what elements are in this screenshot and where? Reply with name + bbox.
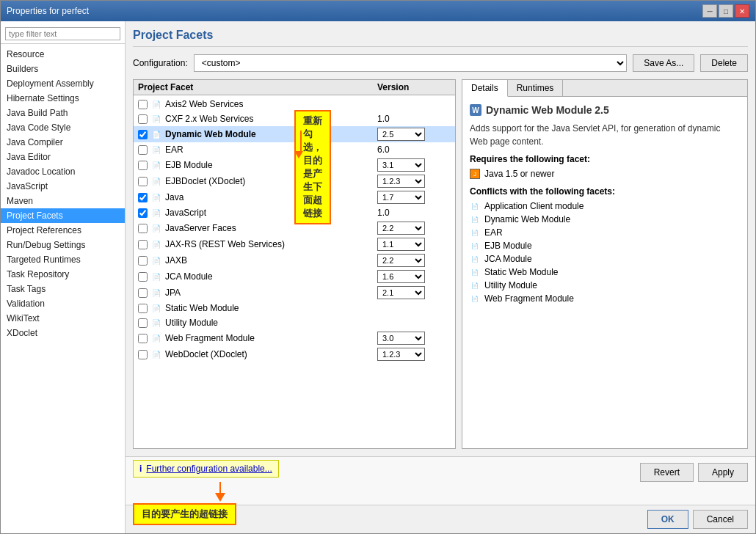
facet-checkbox[interactable] [138,208,148,218]
apply-button[interactable]: Apply [698,463,748,482]
conflicts-item: 📄Dynamic Web Module [470,213,740,226]
java-icon: J [470,169,480,179]
table-row[interactable]: 📄Static Web Module [134,301,455,315]
table-row[interactable]: 📄Utility Module [134,315,455,330]
sidebar-item-javadoc-location[interactable]: Javadoc Location [1,164,125,179]
table-row[interactable]: 📄JAX-RS (REST Web Services)1.1 [134,236,455,252]
facet-icon: 📄 [150,128,162,140]
facet-version: 3.0 [377,332,451,345]
maximize-button[interactable]: □ [719,4,733,18]
conflict-label: EAR [484,227,503,238]
facet-icon: 📄 [150,255,162,266]
col-version-header: Version [377,82,451,92]
table-row[interactable]: 📄Web Fragment Module3.0 [134,330,455,346]
title-bar: Properties for perfect ─ □ ✕ [1,1,755,21]
facet-icon: 📄 [150,238,162,250]
facet-name: Dynamic Web Module [165,129,377,139]
delete-button[interactable]: Delete [700,54,748,72]
version-select[interactable]: 3.0 [377,332,425,345]
version-select[interactable]: 1.2.3 [377,175,425,188]
sidebar-item-java-code-style[interactable]: Java Code Style [1,120,125,135]
tab-details[interactable]: Details [462,80,508,97]
close-button[interactable]: ✕ [735,4,749,18]
sidebar-item-project-facets[interactable]: Project Facets [1,208,125,223]
facet-version: 2.1 [377,286,451,299]
facet-checkbox[interactable] [138,145,148,155]
panels: Project Facet Version 📄Axis2 Web Service… [133,79,748,449]
facet-checkbox[interactable] [138,224,148,233]
facet-version: 1.0 [377,114,451,124]
version-select[interactable]: 1.6 [377,270,425,283]
facet-checkbox[interactable] [138,288,148,298]
facet-version: 1.0 [377,208,451,218]
sidebar-item-java-editor[interactable]: Java Editor [1,150,125,164]
version-select[interactable]: 2.2 [377,222,425,235]
facet-checkbox[interactable] [138,240,148,249]
version-select[interactable]: 3.1 [377,158,425,172]
sidebar-item-java-compiler[interactable]: Java Compiler [1,135,125,150]
sidebar-item-project-references[interactable]: Project References [1,223,125,238]
facet-checkbox[interactable] [138,334,148,343]
details-panel: Details Runtimes W Dynamic Web Module 2.… [462,79,748,449]
version-select[interactable]: 1.7 [377,191,425,204]
sidebar-item-validation[interactable]: Validation [1,296,125,311]
sidebar-item-wikitext[interactable]: WikiText [1,311,125,326]
further-config-link[interactable]: Further configuration available... [146,464,272,474]
arrow-down-wrapper [162,482,279,502]
cancel-button[interactable]: Cancel [693,510,748,529]
facet-checkbox[interactable] [138,177,148,186]
sidebar-item-maven[interactable]: Maven [1,194,125,208]
facet-icon: 📄 [150,113,162,125]
version-select[interactable]: 2.5 [377,128,425,141]
facet-checkbox[interactable] [138,256,148,266]
sidebar-item-task-tags[interactable]: Task Tags [1,282,125,296]
facet-name: EAR [165,145,377,155]
action-buttons: Revert Apply [640,460,748,482]
sidebar-item-builders[interactable]: Builders [1,62,125,76]
table-row[interactable]: 📄WebDoclet (XDoclet)1.2.3 [134,346,455,362]
version-select[interactable]: 2.2 [377,254,425,267]
facet-icon: 📄 [150,317,162,329]
save-as-button[interactable]: Save As... [633,54,694,72]
tab-runtimes[interactable]: Runtimes [508,80,564,96]
facet-checkbox[interactable] [138,304,148,313]
ok-button[interactable]: OK [647,510,688,529]
main-content: Project Facets Configuration: <custom> S… [126,21,755,533]
sidebar-item-javascript[interactable]: JavaScript [1,179,125,194]
facet-icon: 📄 [150,98,162,110]
sidebar-item-deployment-assembly[interactable]: Deployment Assembly [1,76,125,91]
config-select[interactable]: <custom> [194,54,628,72]
facet-checkbox[interactable] [138,318,148,328]
conflicts-item: 📄Utility Module [470,279,740,292]
table-row[interactable]: 📄Axis2 Web Services [134,97,455,111]
facet-checkbox[interactable] [138,161,148,170]
minimize-button[interactable]: ─ [702,4,717,18]
sidebar-item-targeted-runtimes[interactable]: Targeted Runtimes [1,252,125,267]
facet-checkbox[interactable] [138,272,148,282]
version-select[interactable]: 1.1 [377,238,425,251]
revert-button[interactable]: Revert [640,463,694,482]
table-row[interactable]: 📄JAXB2.2 [134,252,455,268]
sidebar-item-task-repository[interactable]: Task Repository [1,267,125,282]
sidebar-item-run/debug-settings[interactable]: Run/Debug Settings [1,238,125,252]
version-select[interactable]: 1.2.3 [377,348,425,361]
table-row[interactable]: 📄JPA2.1 [134,285,455,301]
version-select[interactable]: 2.1 [377,286,425,299]
facet-name: Utility Module [165,318,377,328]
table-row[interactable]: 📄JCA Module1.6 [134,268,455,285]
sidebar-item-java-build-path[interactable]: Java Build Path [1,106,125,120]
facet-checkbox[interactable] [138,350,148,359]
sidebar-item-resource[interactable]: Resource [1,47,125,62]
filter-input[interactable] [5,27,120,40]
info-bar: i Further configuration available... [133,460,279,478]
facet-checkbox[interactable] [138,114,148,124]
sidebar-item-hibernate-settings[interactable]: Hibernate Settings [1,91,125,106]
facet-checkbox[interactable] [138,130,148,139]
facet-name: WebDoclet (XDoclet) [165,349,377,359]
facet-name: Java [165,192,377,202]
facet-checkbox[interactable] [138,193,148,202]
sidebar-item-xdoclet[interactable]: XDoclet [1,326,125,340]
details-title-text: Dynamic Web Module 2.5 [486,104,609,116]
facet-name: Axis2 Web Services [165,99,377,109]
facet-checkbox[interactable] [138,100,148,109]
